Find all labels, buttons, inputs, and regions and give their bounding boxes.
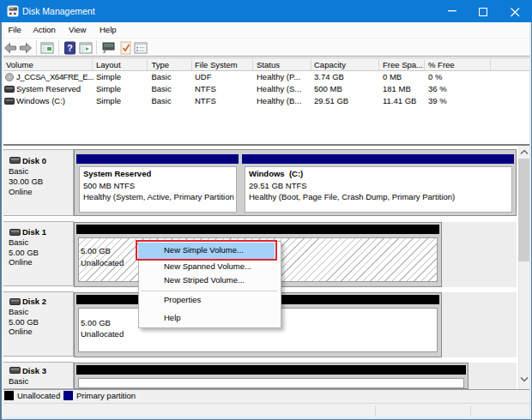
svg-text:?: ? bbox=[67, 43, 72, 53]
